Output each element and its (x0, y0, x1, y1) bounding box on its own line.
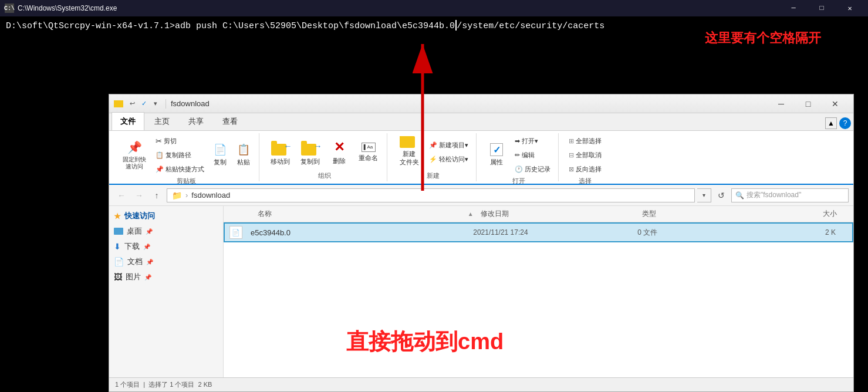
status-bar: 1 个项目 | 选择了 1 个项目 2 KB (109, 377, 853, 391)
open-button[interactable]: ➡ 打开▾ (512, 134, 553, 147)
ribbon-collapse-button[interactable]: ▲ (825, 117, 837, 129)
history-icon: 🕐 (515, 165, 523, 173)
file-date: 2021/11/21 17:24 (467, 228, 631, 236)
tab-share[interactable]: 共享 (180, 112, 212, 130)
new-item-label: 新建项目▾ (439, 141, 468, 150)
sidebar-item-documents[interactable]: 📄 文档 📌 (109, 254, 223, 269)
qa-undo-icon[interactable]: ↩ (127, 99, 137, 109)
clipboard-group-label: 剪贴板 (177, 175, 196, 185)
col-header-type: 类型 (636, 209, 758, 219)
star-icon: ★ (114, 212, 121, 221)
delete-button[interactable]: ✕ 删除 (326, 136, 352, 170)
tab-home[interactable]: 主页 (146, 112, 178, 130)
ribbon-group-clipboard: 📌 固定到快速访问 ✂ 剪切 📋 复制路径 📌 粘贴快捷方式 (114, 133, 259, 181)
path-folder-name: fsdownload (191, 191, 230, 200)
pin-icon: 📌 (127, 140, 142, 154)
sidebar-item-downloads[interactable]: ⬇ 下载 📌 (109, 239, 223, 254)
organize-buttons: ← 移动到 → 复制到 ✕ 删除 ▌Aa (266, 134, 382, 170)
history-button[interactable]: 🕐 历史记录 (512, 163, 553, 175)
path-separator: › (185, 191, 188, 200)
properties-button[interactable]: ✓ 属性 (484, 138, 509, 172)
address-bar: ← → ↑ 📁 › fsdownload ▾ ↺ 🔍 搜索"fsdownload… (109, 185, 853, 206)
select-all-label: 全部选择 (576, 137, 602, 146)
cmd-maximize-button[interactable]: □ (808, 0, 835, 16)
forward-button[interactable]: → (131, 188, 147, 202)
sidebar-quickaccess-header[interactable]: ★ 快速访问 (109, 208, 223, 224)
sidebar-item-desktop[interactable]: 桌面 📌 (109, 224, 223, 239)
search-box[interactable]: 🔍 搜索"fsdownload" (731, 188, 849, 202)
select-none-button[interactable]: ⊟ 全部取消 (566, 148, 604, 161)
explorer-close-button[interactable]: ✕ (822, 95, 849, 113)
rename-label: 重命名 (359, 154, 378, 163)
select-none-icon: ⊟ (569, 151, 574, 159)
sidebar-docs-label: 文档 (127, 256, 143, 267)
copy-to-button[interactable]: → 复制到 (296, 136, 324, 170)
sidebar-item-pictures[interactable]: 🖼 图片 📌 (109, 269, 223, 285)
explorer-folder-icon (114, 100, 123, 107)
rename-button[interactable]: ▌Aa 重命名 (354, 136, 382, 170)
cut-button[interactable]: ✂ 剪切 (153, 134, 207, 147)
paste-button[interactable]: 📋 粘贴 (233, 138, 254, 172)
col-header-date: 修改日期 (475, 209, 636, 219)
move-to-icon: ← (271, 139, 290, 156)
copy-to-icon: → (301, 139, 320, 156)
rename-icon: ▌Aa (362, 143, 376, 152)
sidebar-downloads-label: 下载 (124, 241, 140, 252)
help-button[interactable]: ? (839, 117, 851, 129)
qa-checkbox-icon[interactable]: ✓ (139, 99, 149, 109)
open-label: 打开▾ (522, 137, 538, 146)
move-to-button[interactable]: ← 移动到 (266, 136, 294, 170)
download-icon: ⬇ (114, 242, 121, 251)
select-extra-buttons: ⊞ 全部选择 ⊟ 全部取消 ⊠ 反向选择 (566, 134, 604, 175)
pin-label: 固定到快速访问 (123, 156, 146, 170)
new-item-button[interactable]: 📌 新建项目▾ (426, 139, 471, 152)
qa-down-icon[interactable]: ▾ (150, 99, 161, 109)
copy-path-button[interactable]: 📋 复制路径 (153, 148, 207, 161)
docs-icon: 📄 (114, 257, 124, 266)
sidebar: ★ 快速访问 桌面 📌 ⬇ 下载 📌 📄 文档 📌 🖼 图片 📌 (109, 206, 224, 377)
pin-to-quickaccess-button[interactable]: 📌 固定到快速访问 (119, 138, 150, 172)
cut-label: 剪切 (164, 137, 177, 146)
sort-indicator: ▲ (468, 211, 474, 217)
new-folder-icon (400, 138, 418, 148)
copy-button[interactable]: 📄 复制 (210, 138, 231, 172)
tab-view[interactable]: 查看 (214, 112, 246, 130)
invert-select-label: 反向选择 (576, 165, 602, 174)
select-buttons: ⊞ 全部选择 ⊟ 全部取消 ⊠ 反向选择 (566, 134, 604, 175)
new-folder-button[interactable]: 新建文件夹 (394, 136, 424, 170)
new-group-label: 新建 (427, 170, 440, 180)
edit-button[interactable]: ✏ 编辑 (512, 148, 553, 161)
invert-select-button[interactable]: ⊠ 反向选择 (566, 163, 604, 175)
ribbon-group-organize: ← 移动到 → 复制到 ✕ 删除 ▌Aa (262, 133, 387, 181)
search-placeholder: 搜索"fsdownload" (747, 190, 801, 200)
select-all-button[interactable]: ⊞ 全部选择 (566, 134, 604, 147)
paste-shortcut-button[interactable]: 📌 粘贴快捷方式 (153, 163, 207, 175)
file-name: e5c3944b.0 (251, 228, 467, 237)
address-dropdown-button[interactable]: ▾ (697, 188, 711, 202)
explorer-maximize-button[interactable]: □ (795, 95, 822, 113)
table-row[interactable]: 📄 e5c3944b.0 2021/11/21 17:24 0 文件 2 K (224, 222, 853, 242)
pin-indicator3: 📌 (146, 259, 153, 265)
paste-icon: 📋 (237, 143, 250, 156)
cmd-icon: C:\ (5, 4, 14, 13)
address-path[interactable]: 📁 › fsdownload (167, 188, 695, 202)
up-button[interactable]: ↑ (149, 188, 164, 202)
tab-file[interactable]: 文件 (112, 112, 144, 130)
copy-paste-group: ✂ 剪切 📋 复制路径 📌 粘贴快捷方式 (153, 134, 207, 175)
open-group-label: 打开 (512, 175, 525, 185)
pin-indicator4: 📌 (144, 274, 151, 281)
cmd-close-button[interactable]: ✕ (836, 0, 863, 16)
refresh-button[interactable]: ↺ (714, 188, 729, 202)
cmd-minimize-button[interactable]: ─ (780, 0, 807, 16)
properties-label: 属性 (490, 158, 503, 167)
file-header-row: 名称 ▲ 修改日期 类型 大小 (224, 206, 853, 222)
open-extra-buttons: ➡ 打开▾ ✏ 编辑 🕐 历史记录 (512, 134, 553, 175)
file-icon: 📄 (229, 226, 242, 239)
copy-path-label: 复制路径 (166, 151, 191, 160)
open-buttons: ✓ 属性 ➡ 打开▾ ✏ 编辑 🕐 历史 (484, 134, 553, 175)
new-extra-buttons: 📌 新建项目▾ ⚡ 轻松访问▾ (426, 139, 471, 166)
explorer-minimize-button[interactable]: ─ (768, 95, 795, 113)
ribbon-group-new: 新建文件夹 📌 新建项目▾ ⚡ 轻松访问▾ 新建 (390, 133, 477, 181)
easy-access-button[interactable]: ⚡ 轻松访问▾ (426, 153, 471, 166)
back-button[interactable]: ← (114, 188, 129, 202)
